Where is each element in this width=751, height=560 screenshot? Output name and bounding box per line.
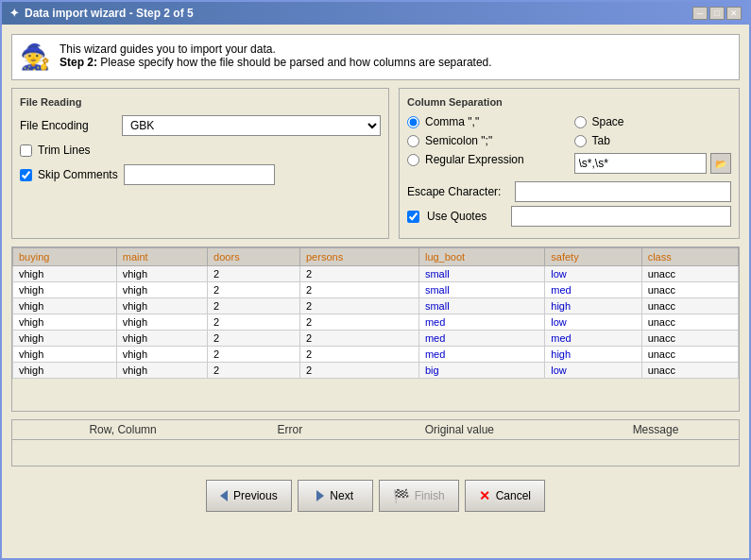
close-button[interactable]: ✕	[726, 7, 742, 20]
error-header-error: Error	[233, 420, 347, 440]
table-cell-lug_boot: small	[418, 282, 544, 298]
error-table-container: Row, ColumnErrorOriginal valueMessage	[11, 419, 740, 467]
previous-label: Previous	[233, 489, 278, 502]
use-quotes-checkbox[interactable]	[407, 211, 419, 223]
settings-area: File Reading File Encoding GBK UTF-8 ASC…	[11, 88, 740, 239]
file-reading-title: File Reading	[20, 96, 381, 108]
skip-comments-label: Skip Comments	[38, 168, 118, 181]
table-header-buying: buying	[13, 248, 117, 266]
tab-radio[interactable]	[574, 135, 587, 147]
table-cell-buying: vhigh	[13, 347, 117, 363]
encoding-label: File Encoding	[20, 119, 114, 132]
table-cell-safety: med	[545, 331, 641, 347]
skip-comments-row: Skip Comments #	[20, 164, 381, 185]
table-row: vhighvhigh22biglowunacc	[13, 363, 739, 379]
next-label: Next	[330, 489, 353, 502]
titlebar: ✦ Data import wizard - Step 2 of 5 ─ □ ✕	[2, 2, 749, 25]
encoding-select[interactable]: GBK UTF-8 ASCII ISO-8859-1	[122, 115, 381, 136]
semicolon-label: Semicolon ";"	[425, 134, 492, 147]
tab-label: Tab	[592, 134, 610, 147]
table-cell-persons: 2	[300, 282, 419, 298]
table-cell-maint: vhigh	[116, 314, 207, 331]
trim-lines-checkbox[interactable]	[20, 144, 32, 157]
table-cell-class: unacc	[641, 266, 738, 282]
table-row: vhighvhigh22smallhighunacc	[13, 298, 739, 314]
comma-row: Comma ","	[407, 115, 565, 128]
escape-label: Escape Character:	[407, 185, 511, 198]
table-cell-doors: 2	[208, 363, 300, 379]
button-bar: Previous Next 🏁 Finish ✕ Cancel	[11, 474, 740, 518]
table-cell-maint: vhigh	[116, 282, 207, 298]
titlebar-icon: ✦	[9, 7, 19, 20]
semicolon-radio[interactable]	[407, 135, 419, 147]
table-cell-class: unacc	[641, 363, 738, 379]
error-header-message: Message	[572, 420, 739, 440]
table-cell-lug_boot: med	[418, 331, 544, 347]
regex-browse-btn[interactable]: 📂	[710, 153, 731, 174]
quotes-input[interactable]: "	[511, 206, 731, 227]
table-cell-persons: 2	[300, 298, 419, 314]
error-table-header: Row, ColumnErrorOriginal valueMessage	[12, 420, 739, 440]
data-table-container: buyingmaintdoorspersonslug_bootsafetycla…	[11, 246, 740, 412]
space-radio[interactable]	[574, 116, 587, 128]
step-label: Step 2:	[60, 56, 97, 69]
next-button[interactable]: Next	[298, 480, 373, 512]
previous-arrow-icon	[220, 490, 228, 501]
semicolon-row: Semicolon ";"	[407, 134, 565, 147]
table-cell-doors: 2	[208, 298, 300, 314]
table-cell-buying: vhigh	[13, 363, 117, 379]
table-header-safety: safety	[545, 248, 641, 266]
table-cell-class: unacc	[641, 282, 738, 298]
table-cell-doors: 2	[208, 347, 300, 363]
table-header-persons: persons	[300, 248, 419, 266]
table-cell-persons: 2	[300, 363, 419, 379]
table-cell-persons: 2	[300, 314, 419, 331]
trim-lines-row: Trim Lines	[20, 144, 381, 157]
table-cell-doors: 2	[208, 282, 300, 298]
titlebar-controls: ─ □ ✕	[692, 7, 742, 20]
comma-radio[interactable]	[407, 116, 419, 128]
data-table-body: vhighvhigh22smalllowunaccvhighvhigh22sma…	[13, 266, 739, 379]
col-sep-title: Column Separation	[407, 96, 731, 108]
table-cell-buying: vhigh	[13, 331, 117, 347]
maximize-button[interactable]: □	[709, 7, 725, 20]
table-row: vhighvhigh22medhighunacc	[13, 347, 739, 363]
tab-row: Tab	[574, 134, 732, 147]
step-detail: Please specify how the file should be pa…	[100, 56, 491, 69]
table-cell-persons: 2	[300, 331, 419, 347]
table-cell-lug_boot: med	[418, 314, 544, 331]
table-cell-buying: vhigh	[13, 314, 117, 331]
minimize-button[interactable]: ─	[692, 7, 708, 20]
table-header-maint: maint	[116, 248, 207, 266]
table-cell-doors: 2	[208, 266, 300, 282]
previous-button[interactable]: Previous	[206, 480, 292, 512]
table-cell-buying: vhigh	[13, 298, 117, 314]
cancel-button[interactable]: ✕ Cancel	[465, 480, 545, 512]
table-cell-safety: high	[545, 347, 641, 363]
file-reading-group: File Reading File Encoding GBK UTF-8 ASC…	[11, 88, 389, 239]
titlebar-left: ✦ Data import wizard - Step 2 of 5	[9, 7, 194, 20]
skip-comments-checkbox[interactable]	[20, 169, 32, 181]
escape-row: Escape Character: \	[407, 181, 731, 202]
table-row: vhighvhigh22medlowunacc	[13, 314, 739, 331]
table-row: vhighvhigh22smalllowunacc	[13, 266, 739, 282]
table-cell-doors: 2	[208, 331, 300, 347]
data-table-header: buyingmaintdoorspersonslug_bootsafetycla…	[13, 248, 739, 266]
finish-label: Finish	[415, 489, 445, 502]
data-table-scroll[interactable]: buyingmaintdoorspersonslug_bootsafetycla…	[12, 247, 739, 411]
regex-label: Regular Expression	[425, 153, 524, 166]
cancel-x-icon: ✕	[479, 488, 490, 503]
table-cell-class: unacc	[641, 298, 738, 314]
wizard-window: ✦ Data import wizard - Step 2 of 5 ─ □ ✕…	[0, 0, 751, 560]
finish-button[interactable]: 🏁 Finish	[379, 480, 459, 512]
use-quotes-label: Use Quotes	[427, 210, 507, 223]
table-cell-safety: high	[545, 298, 641, 314]
regex-radio[interactable]	[407, 154, 419, 166]
escape-input[interactable]: \	[515, 181, 731, 202]
table-cell-maint: vhigh	[116, 266, 207, 282]
data-table: buyingmaintdoorspersonslug_bootsafetycla…	[12, 247, 739, 379]
column-sep-group: Column Separation Comma "," Semicolon ";…	[399, 88, 740, 239]
regex-input[interactable]	[574, 153, 708, 174]
table-cell-buying: vhigh	[13, 266, 117, 282]
skip-comments-input[interactable]: #	[124, 164, 275, 185]
